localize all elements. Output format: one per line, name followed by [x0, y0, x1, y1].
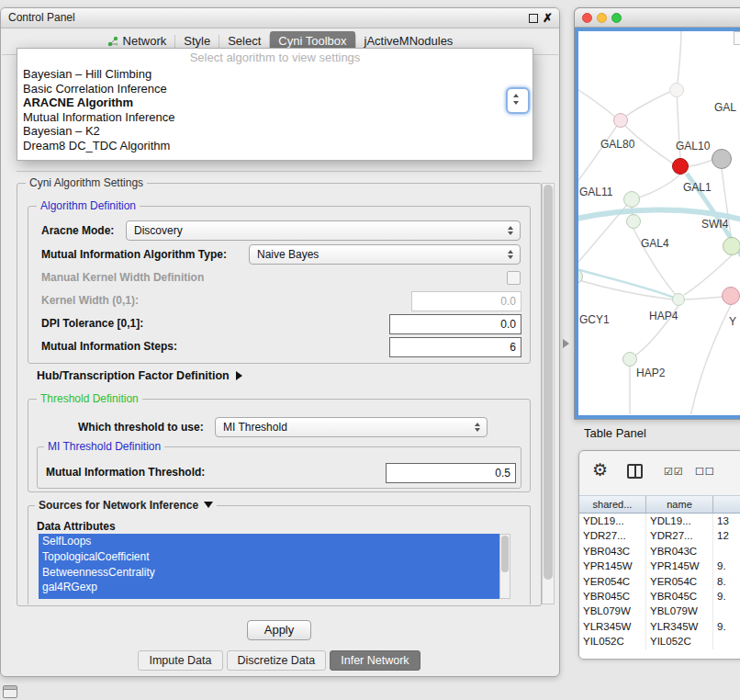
- attribute-item[interactable]: TopologicalCoefficient: [39, 549, 499, 565]
- control-panel-titlebar[interactable]: Control Panel ✗: [1, 8, 559, 28]
- table-settings-icon[interactable]: ⚙: [592, 459, 608, 480]
- table-row[interactable]: YER054C YER054C 8.: [579, 574, 740, 589]
- cell: YDR27...: [646, 528, 713, 543]
- tab-impute-data[interactable]: Impute Data: [138, 650, 222, 671]
- mi-threshold-label: Mutual Information Threshold:: [46, 462, 205, 482]
- network-node[interactable]: [672, 293, 685, 306]
- table-toolbar: ⚙ ☑☑ ☐☐: [579, 451, 740, 495]
- sources-section-header[interactable]: Sources for Network Inference: [35, 500, 217, 512]
- tab-style-label: Style: [184, 34, 210, 48]
- algorithm-option[interactable]: Basic Correlation Inference: [17, 82, 533, 96]
- which-threshold-label: Which threshold to use:: [78, 417, 204, 437]
- column-header-shared-name[interactable]: shared...: [579, 495, 646, 514]
- node-label-y-partial: Y: [729, 315, 736, 328]
- algorithm-option[interactable]: Bayesian – Hill Climbing: [17, 67, 533, 82]
- node-label-gcy1: GCY1: [579, 313, 610, 326]
- network-node-red[interactable]: [672, 158, 689, 175]
- network-focus-frame: GAL GAL80 GAL10 GAL11 GAL1 SWI4 GAL4 GCY…: [575, 28, 740, 419]
- apply-button[interactable]: Apply: [247, 620, 311, 640]
- mi-steps-field[interactable]: [389, 337, 521, 357]
- attribute-item[interactable]: gal4RGexp: [39, 580, 499, 595]
- mi-type-select[interactable]: Naive Bayes: [249, 244, 521, 265]
- cell: YPR145W: [579, 559, 646, 573]
- algorithm-definition-title: Algorithm Definition: [37, 200, 140, 212]
- node-label-gal4: GAL4: [641, 237, 669, 250]
- table-row[interactable]: YDR27... YDR27... 12: [579, 528, 740, 543]
- close-icon[interactable]: ✗: [543, 10, 553, 26]
- cell: YDL19...: [579, 514, 646, 528]
- hidden-content-divider: [17, 171, 542, 172]
- tab-select-label: Select: [228, 34, 261, 48]
- attribute-list-scrollbar[interactable]: [499, 534, 510, 599]
- node-label-gal-partial: GAL: [714, 101, 736, 114]
- algorithm-option[interactable]: Dream8 DC_TDC Algorithm: [17, 139, 533, 153]
- column-header-name[interactable]: name: [646, 495, 713, 514]
- column-header-partial[interactable]: [713, 495, 740, 514]
- which-threshold-value: MI Threshold: [223, 421, 287, 434]
- attribute-list-scroll-thumb[interactable]: [501, 536, 509, 572]
- minimized-window-icon[interactable]: [3, 685, 17, 698]
- tab-infer-network[interactable]: Infer Network: [330, 650, 420, 671]
- cell: YDL19...: [646, 514, 713, 528]
- network-node-gray[interactable]: [712, 149, 732, 169]
- manual-kernel-label: Manual Kernel Width Definition: [41, 267, 204, 288]
- tab-jactivemodules-label: jActiveMNodules: [364, 34, 454, 48]
- cell: YIL052C: [646, 634, 713, 649]
- table-row[interactable]: YPR145W YPR145W 9.: [579, 559, 740, 573]
- cyni-settings-title: Cyni Algorithm Settings: [26, 177, 147, 189]
- algorithm-combo-fragment[interactable]: [506, 87, 530, 114]
- network-node[interactable]: [723, 237, 740, 255]
- data-attributes-list[interactable]: SelfLoops TopologicalCoefficient Between…: [39, 534, 499, 599]
- network-node[interactable]: [622, 352, 637, 367]
- cell: 9.: [713, 589, 740, 604]
- minimize-traffic-light[interactable]: [597, 13, 607, 23]
- table-row[interactable]: YBR045C YBR045C 9.: [579, 589, 740, 604]
- table-row[interactable]: YBR043C YBR043C: [579, 544, 740, 559]
- cell: YBR045C: [646, 589, 713, 604]
- network-node[interactable]: [613, 113, 628, 128]
- table-panel-window: ⚙ ☑☑ ☐☐ shared... name YDL19... YDL19...…: [578, 450, 740, 660]
- node-label-gal10: GAL10: [676, 140, 710, 152]
- undock-icon[interactable]: [529, 14, 538, 23]
- cell: YBR045C: [579, 589, 646, 604]
- which-threshold-select[interactable]: MI Threshold: [215, 417, 488, 437]
- table-row[interactable]: YIL052C YIL052C: [579, 634, 740, 649]
- table-row[interactable]: YBL079W YBL079W: [579, 604, 740, 618]
- dpi-tolerance-field[interactable]: [389, 314, 521, 334]
- select-all-columns-icon[interactable]: ☑☑: [664, 466, 684, 478]
- cell: YBL079W: [646, 604, 713, 618]
- aracne-mode-select[interactable]: Discovery: [126, 220, 521, 241]
- close-traffic-light[interactable]: [582, 13, 592, 23]
- cell: 9.: [713, 619, 740, 634]
- cell: YLR345W: [646, 619, 713, 634]
- algorithm-option[interactable]: Mutual Information Inference: [17, 110, 533, 125]
- algorithm-option-selected[interactable]: ARACNE Algorithm: [17, 96, 533, 110]
- mi-threshold-field[interactable]: [386, 463, 516, 483]
- hub-tf-section-header[interactable]: Hub/Transcription Factor Definition: [37, 366, 242, 386]
- attribute-item[interactable]: BetweennessCentrality: [39, 565, 499, 581]
- tab-discretize-data[interactable]: Discretize Data: [227, 650, 327, 671]
- node-label-swi4: SWI4: [701, 218, 728, 231]
- cell: 13: [713, 514, 740, 528]
- network-window-titlebar[interactable]: [575, 8, 740, 28]
- tab-network-label: Network: [123, 34, 167, 48]
- settings-scrollbar[interactable]: [542, 183, 555, 604]
- network-node[interactable]: [669, 83, 684, 97]
- network-node[interactable]: [626, 214, 641, 229]
- table-row[interactable]: YDL19... YDL19... 13: [579, 514, 740, 528]
- canvas-scrollbar-fragment[interactable]: [734, 31, 740, 45]
- zoom-traffic-light[interactable]: [611, 13, 622, 23]
- attribute-item-partial[interactable]: [39, 595, 499, 599]
- node-label-gal80: GAL80: [600, 138, 634, 151]
- manual-kernel-checkbox: [507, 271, 521, 285]
- splitter-collapse-arrow-icon[interactable]: [563, 339, 569, 348]
- algorithm-option[interactable]: Bayesian – K2: [17, 124, 533, 139]
- deselect-all-columns-icon[interactable]: ☐☐: [695, 466, 715, 478]
- table-row[interactable]: YLR345W YLR345W 9.: [579, 619, 740, 634]
- settings-scroll-thumb[interactable]: [544, 185, 553, 580]
- network-node[interactable]: [623, 191, 640, 208]
- attribute-item[interactable]: SelfLoops: [39, 534, 499, 549]
- network-canvas[interactable]: GAL GAL80 GAL10 GAL11 GAL1 SWI4 GAL4 GCY…: [578, 31, 740, 415]
- table-columns-icon[interactable]: [627, 464, 643, 479]
- network-node[interactable]: [722, 287, 740, 305]
